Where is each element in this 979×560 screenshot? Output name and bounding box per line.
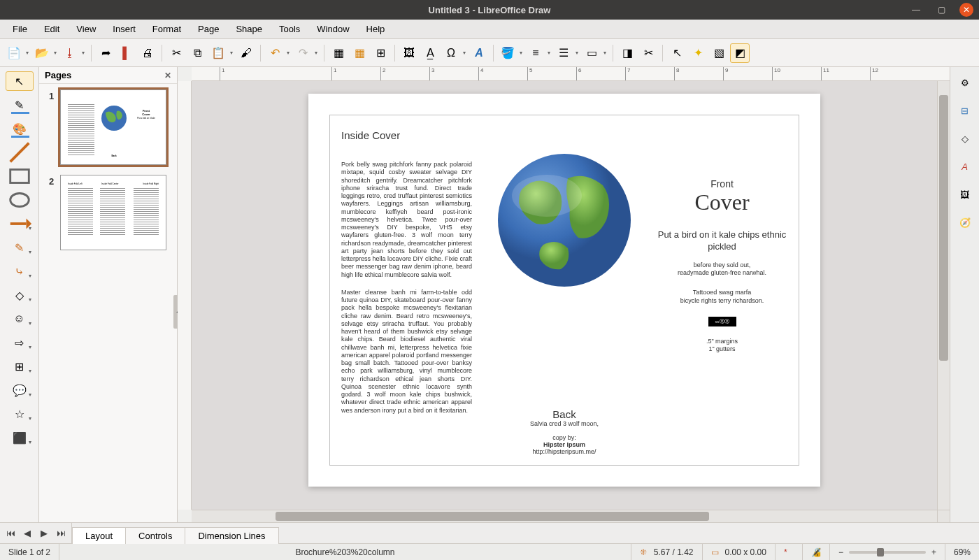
arrow-tool[interactable] xyxy=(6,214,34,234)
tab-last[interactable]: ⏭ xyxy=(55,528,67,538)
helplines-icon: ⊞ xyxy=(376,46,385,59)
back-source: Hipster Ipsum xyxy=(530,441,599,448)
save-icon: ⭳ xyxy=(64,47,76,59)
paste-button[interactable]: 📋 xyxy=(208,43,228,63)
export-button[interactable]: ➦ xyxy=(96,43,115,63)
open-button[interactable]: 📂 xyxy=(32,43,52,63)
sidebar-slide-transition[interactable]: ⊟ xyxy=(955,101,975,120)
insert-image-button[interactable]: 🖼 xyxy=(399,43,419,63)
edit-points-button[interactable]: ↖ xyxy=(667,43,687,63)
glue-points-button[interactable]: ✦ xyxy=(688,43,708,63)
drawing-toolbar: ↖ ✎ 🎨 ✎ ⤷ ◇ ☺ ⇨ ⊞ 💬 ☆ ⬛ xyxy=(0,67,39,522)
back-heading: Back xyxy=(530,408,599,420)
flowchart-icon: ⊞ xyxy=(15,360,24,373)
canvas-viewport[interactable]: Inside Cover Pork belly swag pitchfork f… xyxy=(192,81,937,510)
pages-panel-close[interactable]: ✕ xyxy=(164,71,171,80)
3d-objects-tool[interactable]: ⬛ xyxy=(6,428,34,447)
tab-dimension-lines[interactable]: Dimension Lines xyxy=(185,527,278,544)
vertical-ruler[interactable] xyxy=(178,81,192,510)
horizontal-scrollbar[interactable] xyxy=(192,510,937,522)
line-tool[interactable] xyxy=(6,143,34,162)
body-text-2: Master cleanse banh mi farm-to-table odd… xyxy=(341,289,472,415)
redo-button[interactable]: ↷ xyxy=(293,43,313,63)
block-arrows-tool[interactable]: ⇨ xyxy=(6,333,34,352)
export-pdf-button[interactable]: ▌ xyxy=(117,43,136,63)
sidebar-properties[interactable]: ⚙ xyxy=(955,73,975,92)
line-color-tool[interactable]: ✎ xyxy=(6,95,34,115)
callout-tool[interactable]: 💬 xyxy=(6,380,34,400)
horizontal-ruler[interactable]: 1 1 2 3 4 5 6 7 8 9 10 11 12 xyxy=(192,67,950,81)
save-button[interactable]: ⭳ xyxy=(60,43,80,63)
tab-first[interactable]: ⏮ xyxy=(4,528,17,538)
window-title: Untitled 3 - LibreOffice Draw xyxy=(429,5,551,15)
snap-guides-button[interactable]: ▦ xyxy=(350,43,369,63)
shadow-button[interactable]: ◨ xyxy=(617,43,637,63)
tab-controls[interactable]: Controls xyxy=(125,527,185,544)
symbol-shapes-tool[interactable]: ☺ xyxy=(6,309,34,329)
menu-edit[interactable]: Edit xyxy=(37,21,66,37)
menu-page[interactable]: Page xyxy=(191,21,226,37)
menu-help[interactable]: Help xyxy=(359,21,392,37)
close-button[interactable]: ✕ xyxy=(959,3,973,17)
select-tool[interactable]: ↖ xyxy=(6,71,34,91)
menu-format[interactable]: Format xyxy=(145,21,188,37)
menu-window[interactable]: Window xyxy=(310,21,356,37)
basic-shapes-tool[interactable]: ◇ xyxy=(6,285,34,305)
fontwork-button[interactable]: A xyxy=(469,43,489,63)
sidebar-navigator[interactable]: 🧭 xyxy=(955,213,975,232)
print-button[interactable]: 🖨 xyxy=(138,43,157,63)
status-zoom[interactable]: 69% xyxy=(945,544,979,560)
page-thumb-2[interactable]: 2 Inside Fold Left Inside Fold Center In… xyxy=(45,175,171,250)
snap-guides-icon: ▦ xyxy=(355,46,365,59)
tab-prev[interactable]: ◀ xyxy=(21,528,34,538)
menu-tools[interactable]: Tools xyxy=(272,21,307,37)
grid-button[interactable]: ▦ xyxy=(329,43,348,63)
copy-button[interactable]: ⧉ xyxy=(187,43,207,63)
zoom-in[interactable]: + xyxy=(931,547,936,557)
globe-thumb-icon xyxy=(100,104,128,132)
crop-button[interactable]: ✂ xyxy=(638,43,658,63)
drawing-page[interactable]: Inside Cover Pork belly swag pitchfork f… xyxy=(308,94,820,487)
tab-layout[interactable]: Layout xyxy=(72,527,126,544)
cut-button[interactable]: ✂ xyxy=(166,43,186,63)
maximize-button[interactable]: ▢ xyxy=(934,3,948,17)
connector-tool[interactable]: ⤷ xyxy=(6,261,34,281)
menu-shape[interactable]: Shape xyxy=(229,21,269,37)
insert-textbox-button[interactable]: A̲ xyxy=(420,43,440,63)
status-bar: Slide 1 of 2 Brochure%203%20column ⁜5.67… xyxy=(0,543,979,560)
sidebar-styles[interactable]: A xyxy=(955,157,975,176)
new-button[interactable]: 📄 xyxy=(4,43,24,63)
insert-special-char-button[interactable]: Ω xyxy=(441,43,461,63)
tab-next[interactable]: ▶ xyxy=(38,528,50,538)
zoom-out[interactable]: − xyxy=(838,547,843,557)
undo-button[interactable]: ↶ xyxy=(265,43,285,63)
vertical-scrollbar[interactable] xyxy=(937,81,950,510)
show-draw-functions-button[interactable]: ◩ xyxy=(730,43,750,63)
transformations-button[interactable]: 🪣 xyxy=(498,43,517,63)
menu-bar: File Edit View Insert Format Page Shape … xyxy=(0,20,979,39)
sidebar-shapes[interactable]: ◇ xyxy=(955,129,975,148)
connector-icon: ⤷ xyxy=(15,265,24,278)
sidebar-gallery[interactable]: 🖼 xyxy=(955,185,975,204)
menu-insert[interactable]: Insert xyxy=(106,21,143,37)
menu-view[interactable]: View xyxy=(69,21,103,37)
align-button[interactable]: ≡ xyxy=(526,43,545,63)
zoom-slider[interactable] xyxy=(849,551,926,554)
toggle-extrusion-button[interactable]: ▧ xyxy=(709,43,729,63)
arrange-icon: ☰ xyxy=(559,46,569,59)
stars-tool[interactable]: ☆ xyxy=(6,404,34,424)
fill-color-tool[interactable]: 🎨 xyxy=(6,119,34,138)
distribute-button[interactable]: ▭ xyxy=(582,43,601,63)
status-unsaved[interactable]: * xyxy=(776,544,803,560)
page-thumb-1[interactable]: 1 FrontCoverPut a bird on it kale Back xyxy=(45,89,171,165)
arrange-button[interactable]: ☰ xyxy=(554,43,573,63)
helplines-button[interactable]: ⊞ xyxy=(371,43,390,63)
rectangle-tool[interactable] xyxy=(6,166,34,186)
ellipse-tool[interactable] xyxy=(6,190,34,210)
minimize-button[interactable]: — xyxy=(909,3,923,17)
menu-file[interactable]: File xyxy=(6,21,34,37)
status-signature[interactable]: 🔏 xyxy=(803,544,830,560)
curve-tool[interactable]: ✎ xyxy=(6,238,34,257)
clone-format-button[interactable]: 🖌 xyxy=(236,43,256,63)
flowchart-tool[interactable]: ⊞ xyxy=(6,357,34,376)
